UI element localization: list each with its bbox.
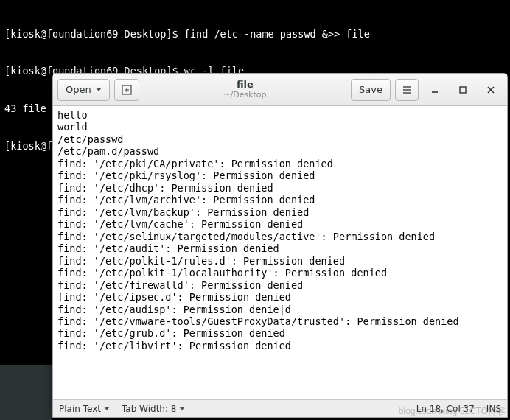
syntax-label: Plain Text: [59, 404, 101, 414]
open-button-label: Open: [66, 84, 91, 95]
minimize-icon: [430, 85, 439, 94]
window-title: file: [144, 80, 346, 91]
insert-label: INS: [486, 404, 501, 414]
close-button[interactable]: [479, 79, 503, 101]
syntax-selector[interactable]: Plain Text: [59, 404, 110, 414]
open-button[interactable]: Open: [57, 79, 110, 101]
editor-line: find: '/etc/grub.d': Permission denied: [57, 327, 503, 339]
insert-mode[interactable]: INS: [486, 404, 501, 414]
chevron-down-icon: [179, 407, 185, 410]
chevron-down-icon: [96, 88, 102, 91]
svg-rect-7: [460, 87, 466, 93]
editor-line: find: '/etc/pki/CA/private': Permission …: [57, 158, 503, 169]
editor-line: /etc/passwd: [57, 133, 503, 145]
new-tab-button[interactable]: [114, 79, 139, 101]
terminal-line: [kiosk@foundation69 Desktop]$ find /etc …: [4, 28, 506, 41]
editor-line: find: '/etc/vmware-tools/GuestProxyData/…: [57, 315, 503, 327]
cursor-position: Ln 18, Col 37: [416, 404, 475, 414]
editor-line: find: '/etc/ipsec.d': Permission denied: [57, 291, 503, 303]
editor-line: find: '/etc/selinux/targeted/modules/act…: [57, 231, 503, 242]
editor-line: find: '/etc/polkit-1/localauthority': Pe…: [57, 267, 503, 279]
editor-area[interactable]: helloworld/etc/passwd/etc/pam.d/passwdfi…: [53, 106, 507, 399]
title-area: file ~/Desktop: [144, 80, 346, 100]
tabwidth-selector[interactable]: Tab Width: 8: [122, 404, 185, 414]
editor-line: world: [57, 121, 503, 133]
gedit-window: Open file ~/Desktop Save: [52, 73, 508, 418]
editor-line: find: '/etc/polkit-1/rules.d': Permissio…: [57, 255, 503, 267]
editor-line: find: '/etc/lvm/backup': Permission deni…: [57, 206, 503, 218]
editor-line: find: '/etc/lvm/cache': Permission denie…: [57, 218, 503, 230]
titlebar: Open file ~/Desktop Save: [53, 74, 507, 106]
new-tab-icon: [121, 84, 133, 96]
hamburger-menu-button[interactable]: [395, 79, 419, 101]
close-icon: [486, 85, 495, 94]
editor-line: find: '/etc/lvm/archive': Permission den…: [57, 194, 503, 206]
editor-line: find: '/etc/audit': Permission denied: [57, 242, 503, 254]
save-button[interactable]: Save: [351, 79, 391, 101]
window-subtitle: ~/Desktop: [144, 91, 346, 100]
maximize-button[interactable]: [451, 79, 475, 101]
desktop-background: [0, 365, 52, 420]
hamburger-icon: [402, 85, 412, 95]
chevron-down-icon: [104, 407, 110, 410]
editor-line: find: '/etc/audisp': Permission denie|d: [57, 304, 503, 315]
tabwidth-label: Tab Width: 8: [122, 404, 176, 414]
editor-line: hello: [57, 109, 503, 121]
save-button-label: Save: [359, 84, 382, 95]
editor-line: find: '/etc/firewalld': Permission denie…: [57, 279, 503, 291]
status-bar: Plain Text Tab Width: 8 Ln 18, Col 37 IN…: [53, 399, 507, 417]
editor-line: find: '/etc/dhcp': Permission denied: [57, 182, 503, 194]
editor-line: /etc/pam.d/passwd: [57, 145, 503, 157]
editor-line: find: '/etc/libvirt': Permission denied: [57, 340, 503, 351]
maximize-icon: [458, 85, 467, 94]
minimize-button[interactable]: [423, 79, 447, 101]
editor-line: find: '/etc/pki/rsyslog': Permission den…: [57, 169, 503, 181]
position-label: Ln 18, Col 37: [416, 404, 475, 414]
